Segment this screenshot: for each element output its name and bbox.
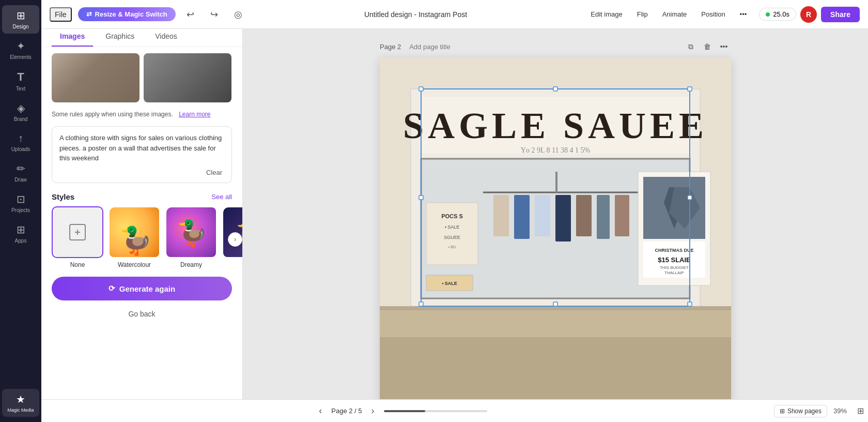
- tab-videos[interactable]: Videos: [147, 27, 185, 47]
- apps-icon: ⊞: [17, 223, 25, 236]
- see-all-link[interactable]: See all: [211, 193, 232, 201]
- svg-rect-16: [535, 195, 550, 236]
- svg-rect-46: [688, 302, 692, 306]
- svg-rect-37: [380, 306, 731, 310]
- projects-icon: ⊡: [17, 193, 25, 205]
- timer-dot: [766, 12, 770, 17]
- sidebar-item-text[interactable]: T Text: [2, 66, 39, 96]
- progress-bar: [384, 410, 487, 412]
- svg-text:POCS S: POCS S: [441, 213, 463, 219]
- prompt-box: A clothing store with signs for sales on…: [52, 126, 232, 183]
- dreamy-card-image: 🦆: [165, 206, 217, 258]
- more-options-button[interactable]: •••: [734, 8, 753, 21]
- sidebar-label-apps: Apps: [15, 238, 27, 244]
- tab-graphics[interactable]: Graphics: [97, 27, 143, 47]
- progress-bar-fill: [384, 410, 425, 412]
- sidebar-item-design[interactable]: ⊞ Design: [2, 5, 39, 34]
- share-button[interactable]: Share: [821, 7, 860, 22]
- svg-rect-44: [419, 302, 423, 306]
- generate-icon: ⟳: [109, 284, 115, 293]
- design-icon: ⊞: [17, 9, 25, 22]
- redo-button[interactable]: ↪: [206, 6, 223, 23]
- none-icon: [69, 224, 86, 240]
- sidebar-item-brand[interactable]: ◈ Brand: [2, 98, 39, 126]
- style-cards-next-btn[interactable]: ›: [228, 232, 242, 247]
- magic-media-icon: ★: [16, 393, 25, 405]
- sidebar-item-uploads[interactable]: ↑ Uploads: [2, 128, 39, 156]
- svg-text:SGUEE: SGUEE: [444, 235, 460, 240]
- canvas-page-2[interactable]: SAGLE SAUEE Yо 2 9L 8 11 38 4 1 5%: [380, 58, 731, 410]
- style-card-watercolour-label: Watercolour: [118, 261, 151, 268]
- page-indicator: Page 2 / 5: [331, 407, 362, 415]
- go-back-button[interactable]: Go back: [52, 306, 232, 322]
- svg-rect-15: [514, 195, 530, 239]
- svg-rect-18: [576, 195, 592, 236]
- text-icon: T: [17, 70, 24, 84]
- sidebar-item-projects[interactable]: ⊡ Projects: [2, 189, 39, 217]
- learn-more-link[interactable]: Learn more: [179, 111, 210, 118]
- grid-button[interactable]: ⊞: [853, 404, 868, 418]
- svg-text:▪ SALE: ▪ SALE: [442, 281, 457, 286]
- flip-button[interactable]: Flip: [631, 8, 654, 21]
- sidebar-item-draw[interactable]: ✏ Draw: [2, 158, 39, 187]
- page-2-label: Page 2: [380, 43, 401, 51]
- svg-text:CHRISTMAS DUE: CHRISTMAS DUE: [655, 248, 693, 253]
- style-card-dreamy[interactable]: 🦆 Dreamy: [165, 206, 217, 268]
- file-menu-button[interactable]: File: [50, 7, 72, 22]
- gen-image-1[interactable]: [52, 53, 140, 102]
- tabs-container: Images Graphics Videos: [41, 27, 242, 47]
- svg-rect-13: [555, 172, 557, 192]
- sidebar-item-elements[interactable]: ✦ Elements: [2, 36, 39, 64]
- zoom-level: 39%: [833, 407, 847, 415]
- svg-rect-43: [688, 195, 692, 200]
- share-icon-button[interactable]: ◎: [229, 6, 247, 23]
- sidebar-label-elements: Elements: [10, 54, 32, 60]
- page-2-delete-btn[interactable]: 🗑: [700, 39, 715, 54]
- svg-text:THALLAIP: THALLAIP: [664, 270, 684, 275]
- next-page-button[interactable]: ›: [367, 403, 379, 418]
- style-card-none[interactable]: None: [52, 206, 103, 268]
- sidebar-label-brand: Brand: [14, 116, 28, 122]
- tab-images[interactable]: Images: [52, 27, 93, 47]
- style-card-watercolour[interactable]: 🦆 Watercolour: [109, 206, 160, 268]
- page-2-copy-btn[interactable]: ⧉: [684, 39, 698, 54]
- generated-images-row: [41, 47, 242, 107]
- user-avatar[interactable]: R: [800, 6, 817, 23]
- bottom-bar: Notes ‹ Page 2 / 5 › ⊞ Show pages 39% ⊞: [0, 399, 868, 422]
- watercolour-img-bg: 🦆: [110, 207, 160, 258]
- sidebar-label-design: Design: [12, 24, 28, 29]
- svg-text:▪ BG: ▪ BG: [448, 245, 456, 249]
- topbar-right: 25.0s R Share: [759, 6, 860, 23]
- none-card-image: [52, 206, 103, 258]
- dreamy-img-bg: 🦆: [166, 207, 217, 258]
- canvas-edit-tools: Edit image Flip Animate Position •••: [584, 8, 753, 21]
- generate-again-button[interactable]: ⟳ Generate again: [52, 277, 232, 300]
- clear-button[interactable]: Clear: [203, 168, 225, 177]
- position-button[interactable]: Position: [695, 8, 731, 21]
- left-sidebar: ⊞ Design ✦ Elements T Text ◈ Brand ↑ Upl…: [0, 0, 41, 422]
- animate-button[interactable]: Animate: [656, 8, 693, 21]
- svg-text:Yо 2  9L 8 11  38 4 1 5%: Yо 2 9L 8 11 38 4 1 5%: [521, 146, 591, 154]
- topbar-center: Untitled design - Instagram Post: [253, 10, 579, 19]
- show-pages-label: Show pages: [787, 408, 822, 415]
- page-2-title-input[interactable]: [406, 42, 678, 52]
- dreamy-duck-icon: 🦆: [177, 219, 208, 248]
- sidebar-item-magic-media[interactable]: ★ Magic Media: [2, 389, 39, 417]
- svg-rect-17: [555, 195, 571, 242]
- prev-page-button[interactable]: ‹: [315, 403, 326, 418]
- page-2-more-btn[interactable]: •••: [717, 39, 731, 54]
- gen-image-2[interactable]: [144, 53, 231, 102]
- svg-rect-20: [615, 195, 629, 236]
- styles-header: Styles See all: [41, 187, 242, 204]
- svg-rect-40: [553, 87, 557, 91]
- storefront-svg: SAGLE SAUEE Yо 2 9L 8 11 38 4 1 5%: [380, 58, 731, 410]
- rules-text: Some rules apply when using these images…: [52, 111, 173, 118]
- undo-button[interactable]: ↩: [182, 6, 199, 23]
- design-title: Untitled design - Instagram Post: [364, 10, 467, 19]
- edit-image-button[interactable]: Edit image: [584, 8, 628, 21]
- show-pages-button[interactable]: ⊞ Show pages: [774, 405, 827, 417]
- svg-rect-1: [77, 230, 78, 235]
- sidebar-item-apps[interactable]: ⊞ Apps: [2, 219, 39, 248]
- magic-switch-button[interactable]: ⇄ Resize & Magic Switch: [78, 7, 176, 21]
- show-pages-icon: ⊞: [780, 408, 785, 415]
